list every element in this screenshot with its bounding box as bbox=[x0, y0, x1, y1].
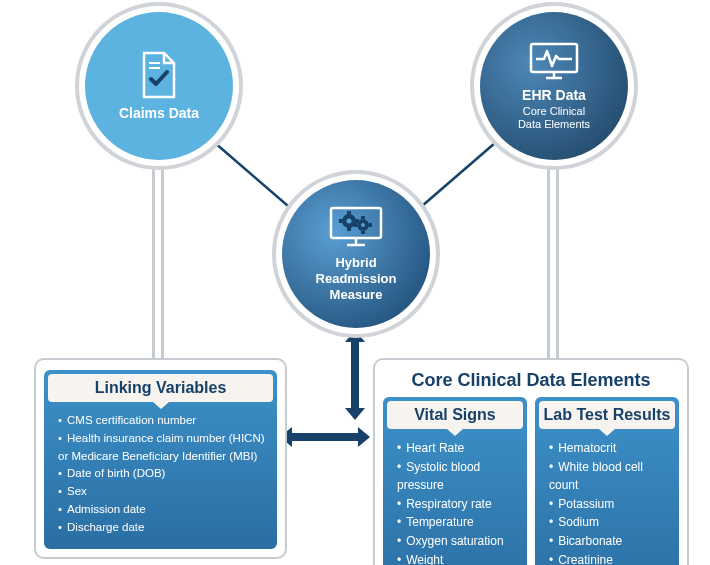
list-item: Potassium bbox=[549, 495, 667, 514]
lab-results-card: Lab Test Results HematocritWhite blood c… bbox=[535, 397, 679, 565]
svg-rect-14 bbox=[339, 219, 343, 223]
list-item: Sodium bbox=[549, 513, 667, 532]
svg-rect-15 bbox=[355, 219, 359, 223]
list-item: Oxygen saturation bbox=[397, 532, 515, 551]
document-check-icon bbox=[138, 51, 180, 99]
clinical-panel-title: Core Clinical Data Elements bbox=[383, 370, 679, 391]
list-item: Health insurance claim number (HICN) or … bbox=[58, 430, 265, 466]
list-item: Discharge date bbox=[58, 519, 265, 537]
ehr-node: EHR Data Core ClinicalData Elements bbox=[480, 12, 628, 160]
pillar-right bbox=[547, 165, 559, 365]
list-item: Bicarbonate bbox=[549, 532, 667, 551]
clinical-panel: Core Clinical Data Elements Vital Signs … bbox=[373, 358, 689, 565]
list-item: Admission date bbox=[58, 501, 265, 519]
svg-rect-12 bbox=[347, 211, 351, 215]
vital-signs-header: Vital Signs bbox=[387, 401, 523, 429]
list-item: Date of birth (DOB) bbox=[58, 465, 265, 483]
list-item: Hematocrit bbox=[549, 439, 667, 458]
svg-rect-18 bbox=[354, 223, 357, 227]
hybrid-title: HybridReadmissionMeasure bbox=[316, 255, 397, 304]
arrowhead-right-icon bbox=[358, 427, 370, 447]
arrow-vertical bbox=[351, 340, 359, 410]
ehr-subtitle: Core ClinicalData Elements bbox=[518, 105, 590, 131]
vital-signs-list: Heart RateSystolic blood pressureRespira… bbox=[393, 435, 517, 565]
claims-title: Claims Data bbox=[119, 105, 199, 121]
linking-variables-header: Linking Variables bbox=[48, 374, 273, 402]
linking-variables-panel: Linking Variables CMS certification numb… bbox=[34, 358, 287, 559]
claims-node: Claims Data bbox=[85, 12, 233, 160]
hybrid-node: HybridReadmissionMeasure bbox=[282, 180, 430, 328]
arrowhead-down-icon bbox=[345, 408, 365, 420]
list-item: Heart Rate bbox=[397, 439, 515, 458]
linking-variables-list: CMS certification numberHealth insurance… bbox=[54, 408, 267, 537]
lab-results-header: Lab Test Results bbox=[539, 401, 675, 429]
list-item: White blood cell count bbox=[549, 458, 667, 495]
svg-rect-13 bbox=[347, 227, 351, 231]
pillar-left bbox=[152, 165, 164, 365]
list-item: Creatinine bbox=[549, 551, 667, 565]
lab-results-list: HematocritWhite blood cell countPotassiu… bbox=[545, 435, 669, 565]
svg-rect-16 bbox=[361, 216, 365, 219]
svg-rect-17 bbox=[361, 231, 365, 234]
list-item: Respiratory rate bbox=[397, 495, 515, 514]
list-item: Temperature bbox=[397, 513, 515, 532]
list-item: Sex bbox=[58, 483, 265, 501]
arrow-horizontal bbox=[290, 433, 360, 441]
linking-variables-card: Linking Variables CMS certification numb… bbox=[44, 370, 277, 549]
svg-point-21 bbox=[361, 223, 365, 227]
vital-signs-card: Vital Signs Heart RateSystolic blood pre… bbox=[383, 397, 527, 565]
svg-point-20 bbox=[347, 218, 352, 223]
list-item: CMS certification number bbox=[58, 412, 265, 430]
svg-rect-19 bbox=[369, 223, 372, 227]
ehr-title: EHR Data bbox=[522, 87, 586, 103]
monitor-pulse-icon bbox=[528, 41, 580, 81]
monitor-gears-icon bbox=[327, 205, 385, 249]
list-item: Weight bbox=[397, 551, 515, 565]
list-item: Systolic blood pressure bbox=[397, 458, 515, 495]
